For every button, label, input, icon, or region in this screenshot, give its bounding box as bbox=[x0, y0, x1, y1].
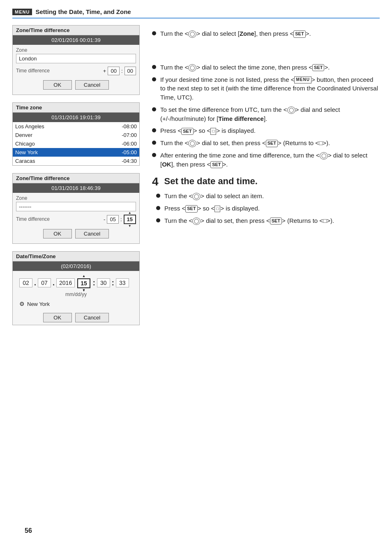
bullet-dot bbox=[152, 31, 156, 35]
step4-number: 4 bbox=[152, 176, 159, 187]
panel1-hours: 00 bbox=[108, 67, 119, 75]
bullet-section-1: Turn the <◯> dial to select [Zone], then… bbox=[152, 29, 380, 38]
panel-timezone-list: Time zone 01/31/2016 19:01:39 Los Angele… bbox=[12, 102, 140, 166]
panel-zone-time-1: Zone/Time difference 02/01/2016 00:01:39… bbox=[12, 25, 140, 95]
bullet-text: If your desired time zone is not listed,… bbox=[160, 75, 380, 102]
panel3-timediff-value: - 05 : ▲ 15 ▼ bbox=[104, 215, 136, 224]
panel4-min: 30 bbox=[97, 278, 110, 287]
step4-title: Set the date and time. bbox=[164, 176, 258, 187]
timezone-table: Los Angeles-08:00Denver-07:00Chicago-06:… bbox=[13, 122, 139, 165]
panel-zone-time-3: Zone/Time difference 01/31/2016 18:46:39… bbox=[12, 173, 140, 244]
panel3-ok-button[interactable]: OK bbox=[43, 229, 72, 238]
panel3-sign: - bbox=[104, 216, 105, 222]
bullet-text: Press <SET> so <□> is displayed. bbox=[160, 126, 256, 135]
timezone-city: Caracas bbox=[13, 157, 92, 165]
bullet-dot bbox=[156, 194, 160, 198]
panel3-minutes: ▲ 15 ▼ bbox=[124, 215, 136, 224]
bullet-text: To set the time difference from UTC, tur… bbox=[160, 105, 380, 123]
step4-bullets: Turn the <◯> dial to select an item. Pre… bbox=[152, 192, 380, 225]
bullet-dot bbox=[152, 153, 156, 157]
panel1-cancel-button[interactable]: Cancel bbox=[75, 80, 109, 90]
panel2-datetime: 01/31/2016 19:01:39 bbox=[13, 113, 139, 122]
panel4-year: 2016 bbox=[56, 278, 75, 287]
bullet-dot bbox=[152, 65, 156, 69]
bullet-text: Turn the <◯> dial to select an item. bbox=[164, 192, 264, 201]
bullet-dot bbox=[152, 128, 156, 132]
bullet-text: Turn the <◯> dial to set, then press <SE… bbox=[164, 216, 334, 225]
timezone-offset: -07:00 bbox=[92, 131, 139, 139]
panel4-day: 02 bbox=[19, 278, 32, 287]
gear-icon: ⚙ bbox=[19, 301, 25, 307]
panel1-ok-button[interactable]: OK bbox=[43, 80, 72, 90]
panel3-cancel-button[interactable]: Cancel bbox=[75, 229, 109, 238]
panel4-date-display: (02/07/2016) bbox=[13, 261, 139, 271]
panel3-colon: : bbox=[120, 216, 122, 222]
bullet-item-tz5: Turn the <◯> dial to set, then press <SE… bbox=[152, 139, 380, 148]
page-header: MENU Setting the Date, Time, and Zone bbox=[12, 8, 380, 15]
timezone-city: Los Angeles bbox=[13, 122, 92, 131]
timezone-city: Denver bbox=[13, 131, 92, 139]
menu-badge: MENU bbox=[12, 9, 32, 15]
bullet-dot bbox=[156, 218, 160, 222]
timezone-row[interactable]: Denver-07:00 bbox=[13, 131, 139, 139]
bullet-text: After entering the time zone and time di… bbox=[160, 151, 380, 169]
bullet-item-tz2: If your desired time zone is not listed,… bbox=[152, 75, 380, 102]
panel4-ok-button[interactable]: OK bbox=[43, 313, 72, 322]
bullet-text: Press <SET> so <□> is displayed. bbox=[164, 204, 260, 213]
timezone-city: Chicago bbox=[13, 139, 92, 148]
bullet-item-tz6: After entering the time zone and time di… bbox=[152, 151, 380, 169]
bullet-dot bbox=[152, 141, 156, 145]
bullet-text: Turn the <◯> dial to set, then press <SE… bbox=[160, 139, 330, 148]
bullet-dot bbox=[152, 107, 156, 111]
panel3-datetime: 01/31/2016 18:46:39 bbox=[13, 183, 139, 193]
panel2-body: Los Angeles-08:00Denver-07:00Chicago-06:… bbox=[13, 122, 139, 165]
bullet-section-2: Turn the <◯> dial to select the time zon… bbox=[152, 63, 380, 169]
panel1-sign: + bbox=[103, 68, 106, 74]
step4-header: 4 Set the date and time. bbox=[152, 176, 380, 187]
timezone-offset: -06:00 bbox=[92, 139, 139, 148]
panel4-zone-row: ⚙ New York bbox=[16, 299, 136, 310]
timezone-row[interactable]: Chicago-06:00 bbox=[13, 139, 139, 148]
timezone-row[interactable]: New York-05:00 bbox=[13, 148, 139, 157]
step4-bullet-1: Turn the <◯> dial to select an item. bbox=[156, 192, 380, 201]
bullet-item: Turn the <◯> dial to select [Zone], then… bbox=[152, 29, 380, 38]
panel1-minutes: 00 bbox=[125, 67, 136, 75]
panel3-zone-value: ------- bbox=[16, 202, 136, 211]
bullet-dot bbox=[152, 77, 156, 81]
panel4-hour: 15 bbox=[77, 278, 90, 288]
panel3-title: Zone/Time difference bbox=[13, 174, 139, 183]
panel4-title: Date/Time/Zone bbox=[13, 252, 139, 261]
panel3-hours: 05 bbox=[107, 215, 118, 224]
panel1-datetime: 02/01/2016 00:01:39 bbox=[13, 35, 139, 45]
panel1-timediff-value: + 00 : 00 bbox=[103, 67, 136, 75]
panel2-title: Time zone bbox=[13, 103, 139, 113]
timezone-offset: -08:00 bbox=[92, 122, 139, 131]
header-divider bbox=[12, 18, 380, 19]
panel3-timediff-label: Time difference bbox=[16, 216, 50, 222]
timezone-offset: -04:30 bbox=[92, 157, 139, 165]
panel1-timediff-label: Time difference bbox=[16, 68, 50, 74]
panel1-zone-label: Zone bbox=[16, 47, 136, 53]
panel-date-time-zone: Date/Time/Zone (02/07/2016) 02 . 07 . 20… bbox=[12, 251, 140, 325]
page-title: Setting the Date, Time, and Zone bbox=[35, 8, 131, 15]
left-column: Zone/Time difference 02/01/2016 00:01:39… bbox=[12, 25, 140, 333]
panel4-sec: 33 bbox=[116, 278, 129, 287]
step4-bullet-2: Press <SET> so <□> is displayed. bbox=[156, 204, 380, 213]
panel3-zone-label: Zone bbox=[16, 195, 136, 201]
bullet-item-tz4: Press <SET> so <□> is displayed. bbox=[152, 126, 380, 135]
page-number: 56 bbox=[25, 527, 32, 534]
panel4-month: 07 bbox=[38, 278, 51, 287]
bullet-item-tz1: Turn the <◯> dial to select the time zon… bbox=[152, 63, 380, 72]
timezone-row[interactable]: Caracas-04:30 bbox=[13, 157, 139, 165]
panel1-zone-value: London bbox=[16, 54, 136, 63]
panel4-fields-row: 02 . 07 . 2016 ▲ 15 ▼ : 30 bbox=[16, 276, 136, 288]
panel4-cancel-button[interactable]: Cancel bbox=[75, 313, 109, 322]
timezone-city: New York bbox=[13, 148, 92, 157]
bullet-item-tz3: To set the time difference from UTC, tur… bbox=[152, 105, 380, 123]
step4-bullet-3: Turn the <◯> dial to set, then press <SE… bbox=[156, 216, 380, 225]
panel1-colon: : bbox=[121, 68, 123, 74]
timezone-row[interactable]: Los Angeles-08:00 bbox=[13, 122, 139, 131]
timezone-offset: -05:00 bbox=[92, 148, 139, 157]
bullet-dot bbox=[156, 206, 160, 210]
bullet-text: Turn the <◯> dial to select the time zon… bbox=[160, 63, 330, 72]
